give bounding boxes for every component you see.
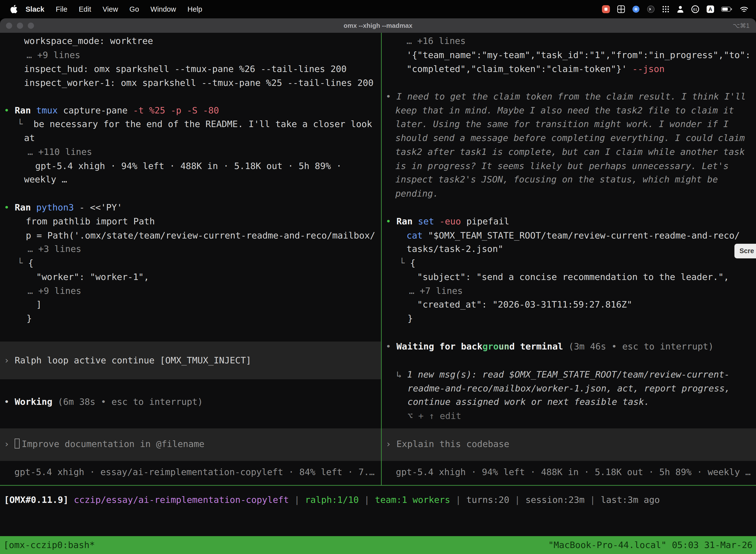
terminal-text-segment: weekly … bbox=[24, 174, 67, 184]
terminal-text-segment: capture-pane bbox=[63, 105, 133, 115]
pane-status-line: gpt-5.4 xhigh · essay/ai-reimplementatio… bbox=[14, 465, 375, 479]
tmux-pane-right[interactable]: … +16 lines'{"team_name":"my-team","task… bbox=[382, 33, 756, 485]
window-grid-icon[interactable] bbox=[617, 5, 625, 13]
terminal-window: omx --xhigh --madmax ⌥⌘1 workspace_mode:… bbox=[0, 18, 756, 554]
terminal-line: later. Using the same for transition mig… bbox=[395, 117, 729, 131]
terminal-text-segment: … +9 lines bbox=[26, 50, 80, 60]
terminal-line: gpt-5.4 xhigh · 94% left · 488K in · 5.1… bbox=[35, 159, 341, 173]
terminal-text-segment: { bbox=[28, 258, 34, 268]
terminal-text-segment: (3m 46s • esc to interrupt) bbox=[568, 341, 713, 351]
terminal-line: from pathlib import Path bbox=[26, 214, 155, 228]
terminal-line: └ { bbox=[17, 256, 34, 270]
menu-item-help[interactable]: Help bbox=[182, 5, 208, 13]
window-title: omx --xhigh --madmax bbox=[0, 22, 756, 30]
terminal-text-segment: … +110 lines bbox=[27, 147, 92, 157]
terminal-line: "worker": "worker-1", bbox=[36, 270, 149, 284]
terminal-text-segment: "worker": "worker-1", bbox=[36, 272, 149, 282]
pane-divider-horizontal bbox=[0, 485, 756, 486]
tmux-pane-left[interactable]: workspace_mode: worktree… +9 linesinspec… bbox=[0, 33, 381, 485]
menu-item-window[interactable]: Window bbox=[145, 5, 182, 13]
terminal-text-segment: } bbox=[26, 313, 32, 323]
tmux-status-bar: [omx-cczip0:bash* "MacBook-Pro-44.local"… bbox=[0, 536, 756, 554]
wifi-icon[interactable] bbox=[740, 5, 749, 13]
terminal-line: p = Path('.omx/state/team/review-current… bbox=[26, 229, 375, 242]
terminal-text-segment: Explain this codebase bbox=[396, 439, 509, 449]
terminal-text-segment: Ran bbox=[15, 105, 36, 115]
terminal-line: } bbox=[407, 312, 413, 325]
close-button[interactable] bbox=[6, 22, 12, 29]
terminal-text-segment: └ bbox=[17, 258, 28, 268]
terminal-text-segment: -t %25 -p -S -80 bbox=[133, 105, 219, 115]
omx-status-segment: | bbox=[509, 495, 525, 505]
terminal-text-segment: be necessary for the end of the README. … bbox=[34, 119, 372, 129]
apple-menu-icon[interactable] bbox=[10, 5, 17, 14]
menu-item-edit[interactable]: Edit bbox=[73, 5, 97, 13]
terminal-line: cat "$OMX_TEAM_STATE_ROOT/team/review-cu… bbox=[406, 229, 740, 242]
terminal-line: ] bbox=[36, 297, 42, 312]
silhouette-icon[interactable] bbox=[677, 5, 684, 13]
edit-hint-line: ⌥ + ↑ edit bbox=[407, 409, 461, 423]
gauge-icon[interactable]: 61 bbox=[691, 5, 699, 13]
terminal-text-segment: • bbox=[4, 105, 15, 115]
terminal-text-segment: • bbox=[4, 397, 15, 407]
omx-status-segment: | bbox=[359, 495, 375, 505]
terminal-line: '{"team_name":"my-team","task_id":"1","f… bbox=[406, 48, 751, 62]
terminal-text-segment: ↳ bbox=[396, 369, 407, 380]
terminal-text-segment: pipefail bbox=[466, 216, 509, 226]
terminal-text-segment: (6m 38s • esc to interrupt) bbox=[58, 397, 203, 407]
omx-status-segment: [OMX#0.11.9] bbox=[4, 495, 74, 505]
terminal-line: "created_at": "2026-03-31T11:59:27.816Z" bbox=[417, 297, 632, 312]
terminal-line: should send a message before completing … bbox=[395, 131, 745, 145]
terminal-text-segment: └ bbox=[399, 258, 410, 268]
traffic-lights bbox=[6, 22, 34, 29]
dots-grid-icon[interactable] bbox=[662, 5, 670, 13]
dark-app-icon[interactable] bbox=[647, 5, 655, 13]
terminal-line: } bbox=[26, 312, 32, 325]
terminal-line: weekly … bbox=[24, 172, 67, 186]
blue-app-icon[interactable] bbox=[632, 5, 640, 13]
terminal-text-segment: -euo bbox=[440, 216, 466, 226]
terminal-text-segment: later. Using the same for transition mig… bbox=[395, 119, 729, 129]
terminal-text-segment: Improve documentation in @filename bbox=[21, 439, 204, 449]
terminal-line: inspect_hud: omx sparkshell --tmux-pane … bbox=[24, 62, 346, 76]
terminal-text-segment: should send a message before completing … bbox=[395, 133, 745, 143]
omx-status-segment: team:1 workers bbox=[375, 495, 450, 505]
menu-item-slack[interactable]: Slack bbox=[20, 5, 50, 13]
window-title-bar[interactable]: omx --xhigh --madmax ⌥⌘1 bbox=[0, 18, 756, 33]
terminal-text-segment: • bbox=[4, 202, 15, 213]
terminal-text-segment: Ran bbox=[15, 202, 36, 213]
omx-status-segment: cczip/essay/ai-reimplementation-copyleft bbox=[74, 495, 289, 505]
screen-recording-indicator[interactable] bbox=[602, 5, 610, 13]
tmux-host-clock: "MacBook-Pro-44.local" 05:03 31-Mar-26 bbox=[548, 538, 753, 552]
text-cursor bbox=[15, 439, 19, 448]
terminal-text-segment: tmux bbox=[36, 105, 63, 115]
menu-item-file[interactable]: File bbox=[50, 5, 73, 13]
terminal-text-segment: p = Path('.omx/state/team/review-current… bbox=[26, 230, 375, 240]
zoom-button[interactable] bbox=[28, 22, 34, 29]
pane-status-line: gpt-5.4 xhigh · 94% left · 488K in · 5.1… bbox=[396, 465, 751, 479]
terminal-text-segment: gro bbox=[483, 341, 499, 351]
omx-status-segment: | bbox=[585, 495, 601, 505]
tmux-session-label[interactable]: [omx-cczip0:bash* bbox=[3, 538, 95, 552]
terminal-text-segment: 1 new msg(s): read $OMX_TEAM_STATE_ROOT/… bbox=[407, 369, 730, 380]
menu-item-go[interactable]: Go bbox=[124, 5, 145, 13]
input-source-icon[interactable]: A bbox=[706, 5, 714, 13]
terminal-text-segment: gpt-5.4 xhigh · essay/ai-reimplementatio… bbox=[14, 467, 375, 477]
terminal-line: keep that in mind. Maybe I also need the… bbox=[395, 104, 734, 117]
terminal-text-segment: › bbox=[4, 439, 15, 449]
omx-status-segment: session:23m bbox=[525, 495, 584, 505]
battery-icon[interactable] bbox=[721, 6, 733, 12]
terminal-text-segment: inspect_worker-1: omx sparkshell --tmux-… bbox=[24, 78, 374, 88]
terminal-text-segment: › bbox=[386, 439, 396, 449]
pane-divider-vertical[interactable] bbox=[381, 33, 382, 485]
minimize-button[interactable] bbox=[17, 22, 23, 29]
svg-text:61: 61 bbox=[693, 7, 697, 11]
terminal-text-segment: … +9 lines bbox=[27, 286, 81, 296]
terminal-text-segment: from pathlib import Path bbox=[26, 216, 155, 226]
terminal-text-segment: • bbox=[386, 91, 396, 102]
terminal-text-segment: { bbox=[410, 258, 416, 268]
screen-overlay-button[interactable]: Scre bbox=[735, 244, 756, 258]
menu-item-view[interactable]: View bbox=[97, 5, 124, 13]
terminal-text-segment: --json bbox=[632, 64, 665, 74]
terminal-text-segment: '{"team_name":"my-team","task_id":"1","f… bbox=[406, 50, 751, 60]
